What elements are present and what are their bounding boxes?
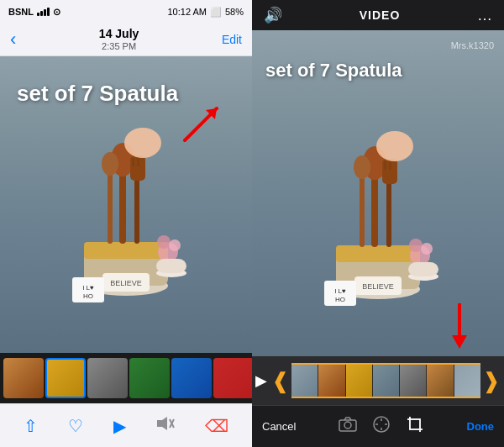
svg-point-42 bbox=[354, 155, 370, 179]
frame-4 bbox=[373, 365, 399, 397]
play-button[interactable]: ▶ bbox=[113, 416, 126, 436]
enhance-icon[interactable] bbox=[372, 415, 391, 438]
svg-text:I L♥: I L♥ bbox=[334, 287, 346, 295]
svg-rect-58 bbox=[410, 419, 420, 429]
svg-rect-40 bbox=[389, 161, 391, 170]
svg-text:HO: HO bbox=[335, 296, 345, 303]
red-arrow-down-icon bbox=[447, 303, 472, 350]
frame-6 bbox=[427, 365, 453, 397]
signal-bars-icon bbox=[37, 8, 50, 16]
left-panel: BSNL ⊙ 10:12 AM ⬜ 58% ‹ 14 July 2:35 PM … bbox=[0, 0, 252, 447]
svg-rect-48 bbox=[408, 262, 438, 276]
video-preview: set of 7 Spatula Mrs.k1320 BELIEVE I L♥ … bbox=[252, 30, 504, 356]
frame-3 bbox=[346, 365, 372, 397]
thumbnail-strip bbox=[0, 353, 252, 403]
bottom-toolbar: ⇧ ♡ ▶ ⌫ bbox=[0, 403, 252, 447]
sound-icon[interactable]: 🔊 bbox=[264, 6, 282, 24]
thumbnail-4[interactable] bbox=[129, 358, 170, 398]
thumbnail-3[interactable] bbox=[87, 358, 128, 398]
thumbnail-6[interactable] bbox=[213, 358, 252, 398]
timeline-bracket-left[interactable]: ❰ bbox=[271, 370, 290, 392]
date-sub: 2:35 PM bbox=[99, 41, 139, 52]
image-background: set of 7 Spatula BELIEVE I L♥ HO bbox=[0, 56, 252, 353]
video-header: 🔊 VIDEO … bbox=[252, 0, 504, 30]
svg-point-16 bbox=[124, 128, 161, 158]
timeline-bracket-right[interactable]: ❱ bbox=[482, 370, 501, 392]
frame-5 bbox=[400, 365, 426, 397]
svg-point-52 bbox=[344, 422, 351, 429]
svg-text:BELIEVE: BELIEVE bbox=[110, 279, 142, 287]
frame-1 bbox=[291, 365, 318, 397]
svg-marker-50 bbox=[452, 335, 467, 349]
more-options-button[interactable]: … bbox=[477, 7, 492, 24]
battery-label: 58% bbox=[225, 7, 244, 17]
svg-text:HO: HO bbox=[83, 292, 93, 300]
frame-2 bbox=[318, 365, 344, 397]
svg-point-45 bbox=[409, 239, 423, 252]
svg-rect-14 bbox=[108, 164, 113, 244]
video-controls: Cancel bbox=[252, 405, 504, 447]
wifi-icon: ⊙ bbox=[53, 7, 60, 18]
svg-text:I L♥: I L♥ bbox=[82, 284, 94, 292]
status-right: 10:12 AM ⬜ 58% bbox=[167, 7, 244, 18]
nav-date: 14 July 2:35 PM bbox=[99, 27, 139, 52]
right-panel: 🔊 VIDEO … set of 7 Spatula Mrs.k1320 BEL… bbox=[252, 0, 504, 447]
svg-point-46 bbox=[421, 243, 433, 255]
frame-7 bbox=[454, 365, 480, 397]
svg-rect-2 bbox=[84, 242, 168, 259]
nav-bar: ‹ 14 July 2:35 PM Edit bbox=[0, 24, 252, 56]
thumbnail-2[interactable] bbox=[45, 358, 86, 398]
trash-button[interactable]: ⌫ bbox=[205, 416, 228, 436]
status-bar: BSNL ⊙ 10:12 AM ⬜ 58% bbox=[0, 0, 252, 24]
spatula-illustration: BELIEVE I L♥ HO bbox=[59, 118, 193, 353]
svg-rect-41 bbox=[360, 167, 365, 247]
timeline-frames bbox=[291, 363, 480, 398]
date-main: 14 July bbox=[99, 27, 139, 41]
cancel-button[interactable]: Cancel bbox=[262, 420, 296, 433]
svg-rect-29 bbox=[336, 245, 420, 262]
svg-text:BELIEVE: BELIEVE bbox=[362, 282, 394, 291]
video-background: set of 7 Spatula Mrs.k1320 BELIEVE I L♥ … bbox=[252, 30, 504, 356]
thumbnail-1[interactable] bbox=[3, 358, 44, 398]
thumbnail-5[interactable] bbox=[171, 358, 212, 398]
status-left: BSNL ⊙ bbox=[8, 7, 60, 18]
time-label: 10:12 AM bbox=[167, 7, 206, 17]
mute-button[interactable] bbox=[156, 416, 175, 435]
svg-rect-39 bbox=[384, 161, 386, 170]
video-overlay-title: set of 7 Spatula bbox=[265, 60, 402, 82]
video-watermark: Mrs.k1320 bbox=[451, 40, 494, 50]
svg-point-19 bbox=[169, 239, 181, 251]
video-timeline[interactable]: ▶ ❰ ❱ bbox=[252, 356, 504, 405]
svg-point-15 bbox=[102, 152, 118, 176]
svg-marker-24 bbox=[157, 417, 167, 430]
photo-title: set of 7 Spatula bbox=[17, 82, 178, 106]
svg-marker-23 bbox=[206, 108, 217, 119]
heart-button[interactable]: ♡ bbox=[68, 416, 83, 436]
battery-icon: ⬜ bbox=[210, 7, 222, 18]
svg-rect-13 bbox=[137, 158, 139, 166]
done-button[interactable]: Done bbox=[467, 420, 495, 433]
carrier-label: BSNL bbox=[8, 7, 34, 17]
camera-icon[interactable] bbox=[339, 417, 357, 436]
crop-rotate-icon[interactable] bbox=[406, 415, 424, 438]
video-spatula-illustration: BELIEVE I L♥ HO bbox=[311, 121, 445, 356]
svg-rect-21 bbox=[156, 259, 186, 273]
svg-rect-12 bbox=[132, 158, 134, 166]
video-edit-icons bbox=[339, 415, 424, 438]
svg-point-43 bbox=[376, 131, 413, 161]
share-button[interactable]: ⇧ bbox=[24, 416, 38, 436]
video-title-label: VIDEO bbox=[360, 8, 401, 22]
main-image: set of 7 Spatula BELIEVE I L♥ HO bbox=[0, 56, 252, 353]
timeline-play-button[interactable]: ▶ bbox=[255, 371, 267, 390]
edit-button[interactable]: Edit bbox=[222, 33, 242, 46]
svg-point-18 bbox=[157, 235, 171, 249]
back-button[interactable]: ‹ bbox=[10, 30, 16, 49]
